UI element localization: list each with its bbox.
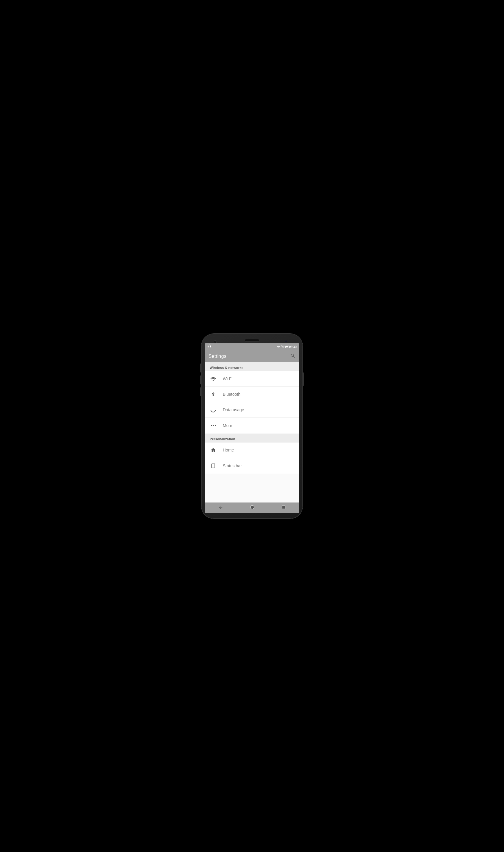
search-button[interactable] [290,353,295,360]
status-bar-settings-icon [210,462,217,469]
front-camera [214,340,217,343]
more-label: More [223,423,232,428]
svg-point-0 [251,506,254,509]
more-icon [210,422,217,429]
status-bar: 6:30 [205,343,299,350]
svg-rect-1 [282,506,285,509]
bluetooth-label: Bluetooth [223,392,240,397]
data-usage-icon [210,406,217,413]
status-right: 6:30 [277,344,297,349]
status-bar-label: Status bar [223,464,242,468]
light-sensor [285,341,287,342]
personalization-group: Home Status bar [205,442,299,474]
wireless-group: Wi-Fi Bluetooth Data usage [205,371,299,433]
headphone-icon [207,344,212,349]
status-bar-item[interactable]: Status bar [205,458,299,474]
battery-icon [285,346,290,348]
phone-screen: 6:30 Settings Wireless & networks [205,343,299,513]
bluetooth-item[interactable]: Bluetooth [205,387,299,402]
data-usage-label: Data usage [223,407,244,412]
status-left [207,344,212,349]
home-button[interactable] [245,504,259,512]
wireless-section-header: Wireless & networks [205,362,299,371]
phone-top-bar [205,339,299,342]
app-bar: Settings [205,350,299,362]
wifi-label: Wi-Fi [223,376,233,381]
nav-bar [205,503,299,513]
more-item[interactable]: More [205,418,299,433]
app-bar-title: Settings [209,354,226,359]
back-button[interactable] [214,504,228,512]
wifi-icon [210,375,217,382]
wifi-item[interactable]: Wi-Fi [205,371,299,387]
recents-button[interactable] [277,504,290,511]
personalization-section-header: Personalization [205,434,299,442]
home-icon [210,447,217,454]
data-usage-item[interactable]: Data usage [205,402,299,418]
phone-device: 6:30 Settings Wireless & networks [201,334,303,519]
earpiece-speaker [245,339,259,342]
no-signal-icon [281,344,285,349]
bluetooth-icon [210,391,217,398]
home-label: Home [223,448,234,452]
home-item[interactable]: Home [205,442,299,458]
status-time: 6:30 [290,345,297,349]
wifi-status-icon [277,344,280,349]
settings-content: Wireless & networks Wi-Fi [205,362,299,503]
